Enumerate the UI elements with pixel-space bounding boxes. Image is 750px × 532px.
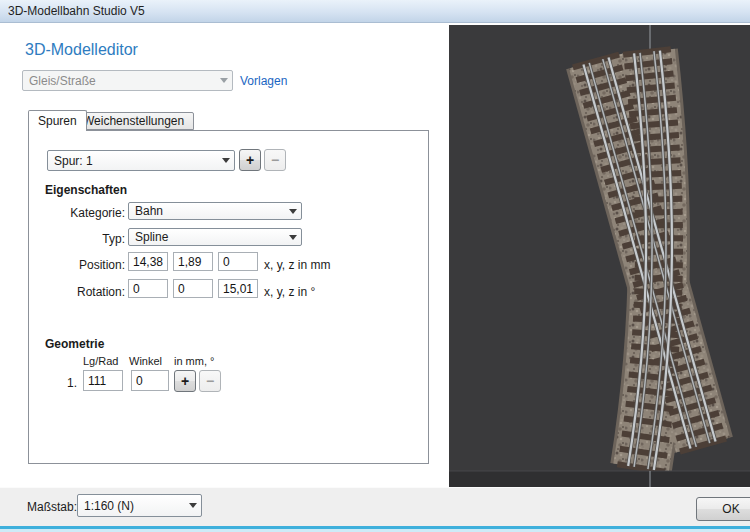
minus-icon: − (206, 373, 214, 389)
page-title: 3D-Modelleditor (25, 41, 138, 59)
geometry-heading: Geometrie (45, 337, 104, 351)
chevron-down-icon (184, 495, 201, 516)
templates-link[interactable]: Vorlagen (240, 74, 287, 88)
type-value: Spline (129, 230, 284, 244)
model-type-select[interactable]: Gleis/Straße (22, 70, 233, 91)
col-header-winkel: Winkel (129, 355, 162, 367)
position-y-input[interactable] (173, 252, 213, 271)
app-window: 3D-Modellbahn Studio V5 3D-Modelleditor … (0, 0, 750, 532)
editor-panel: 3D-Modelleditor Gleis/Straße Vorlagen Sp… (0, 23, 449, 487)
track-model-render (449, 25, 750, 487)
remove-segment-button[interactable]: − (199, 370, 221, 392)
tab-spuren[interactable]: Spuren (28, 110, 87, 131)
position-unit-label: x, y, z in mm (264, 258, 330, 272)
model-type-value: Gleis/Straße (23, 74, 215, 88)
add-segment-button[interactable]: + (174, 370, 196, 392)
scale-label: Maßstab: (27, 500, 77, 514)
category-value: Bahn (129, 204, 284, 218)
remove-track-button[interactable]: − (264, 149, 286, 171)
tab-weichenstellungen[interactable]: Weichenstellungen (73, 112, 194, 130)
chevron-down-icon (215, 71, 232, 90)
scale-select[interactable]: 1:160 (N) (77, 494, 202, 517)
col-header-unit: in mm, ° (174, 355, 214, 367)
ok-button[interactable]: OK (696, 497, 750, 521)
minus-icon: − (271, 152, 279, 168)
plus-icon: + (246, 152, 254, 168)
tab-spuren-label: Spuren (38, 114, 77, 128)
track-select[interactable]: Spur: 1 (47, 150, 235, 171)
rotation-label: Rotation: (49, 285, 125, 299)
scale-value: 1:160 (N) (78, 499, 184, 513)
category-select[interactable]: Bahn (128, 202, 302, 220)
tab-weichenstellungen-label: Weichenstellungen (83, 114, 184, 128)
rotation-y-input[interactable] (173, 279, 213, 298)
chevron-down-icon (284, 229, 301, 245)
rotation-x-input[interactable] (128, 279, 168, 298)
type-select[interactable]: Spline (128, 228, 302, 246)
type-label: Typ: (49, 232, 125, 246)
winkel-input[interactable] (131, 370, 169, 391)
spuren-tab-page: Spur: 1 + − Eigenschaften Kategorie: Bah… (28, 130, 429, 464)
track-select-value: Spur: 1 (48, 154, 217, 168)
position-label: Position: (49, 258, 125, 272)
3d-preview-viewport[interactable] (449, 25, 750, 487)
window-title: 3D-Modellbahn Studio V5 (8, 0, 145, 22)
category-label: Kategorie: (49, 206, 125, 220)
plus-icon: + (181, 373, 189, 389)
properties-heading: Eigenschaften (45, 183, 127, 197)
row-index: 1. (67, 376, 77, 390)
chevron-down-icon (284, 203, 301, 219)
window-titlebar[interactable]: 3D-Modellbahn Studio V5 (0, 0, 750, 23)
ok-button-label: OK (722, 502, 739, 516)
position-x-input[interactable] (128, 252, 168, 271)
lgrad-input[interactable] (83, 370, 123, 391)
add-track-button[interactable]: + (239, 149, 261, 171)
chevron-down-icon (217, 151, 234, 170)
footer-bar: Maßstab: 1:160 (N) OK (0, 487, 750, 526)
position-z-input[interactable] (218, 252, 258, 271)
rotation-unit-label: x, y, z in ° (264, 285, 315, 299)
col-header-lgrad: Lg/Rad (83, 355, 118, 367)
rotation-z-input[interactable] (218, 279, 258, 298)
